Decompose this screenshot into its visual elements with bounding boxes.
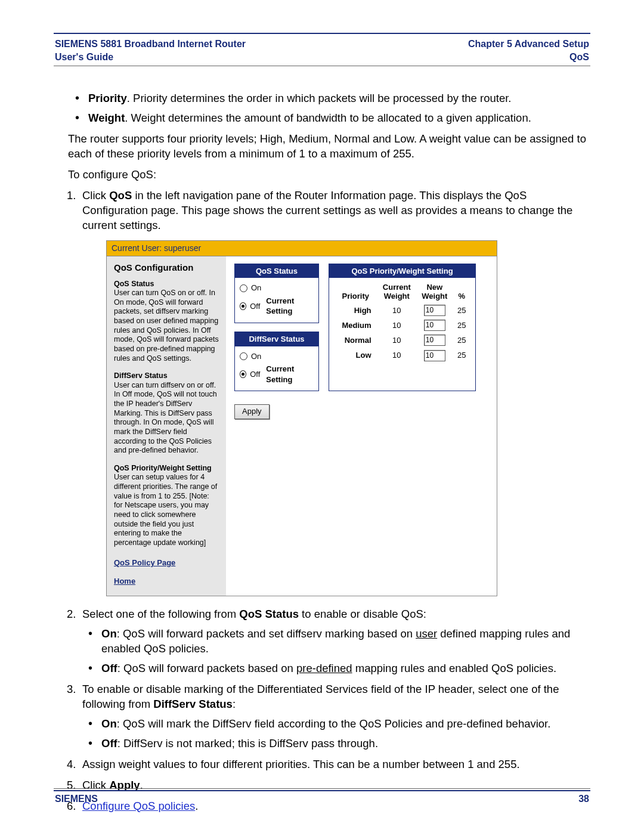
diffserv-off-label: Off: [250, 369, 260, 380]
diffserv-status-head: DiffServ Status: [235, 332, 318, 346]
step-2-bold: QoS Status: [239, 608, 299, 620]
table-row: Low 10 10 25: [334, 348, 470, 363]
page-header: SIEMENS 5881 Broadband Internet Router U…: [54, 34, 590, 66]
pw-label-0: High: [334, 303, 377, 318]
section-title: QoS: [468, 51, 589, 64]
product-title-1: SIEMENS 5881 Broadband Internet Router: [55, 38, 246, 51]
table-row: Medium 10 10 25: [334, 318, 470, 333]
pw-pct-2: 25: [453, 333, 471, 348]
footer-page-number: 38: [578, 794, 589, 804]
pw-label-1: Medium: [334, 318, 377, 333]
table-row: Normal 10 10 25: [334, 333, 470, 348]
diffserv-current: Current Setting: [266, 364, 314, 385]
side-h-diffserv: DiffServ Status: [114, 371, 219, 381]
step-3-on: On: QoS will mark the DiffServ field acc…: [88, 717, 590, 732]
qos-status-on-row[interactable]: On: [240, 283, 314, 293]
step-3-off-t: : DiffServ is not marked; this is DiffSe…: [117, 737, 378, 750]
side-t-pw: User can setup values for 4 different pr…: [114, 473, 219, 547]
priority-weight-table: Priority Current Weight New Weight %: [334, 281, 470, 363]
current-user-bar: Current User: superuser: [107, 241, 497, 256]
footer-brand: SIEMENS: [55, 794, 98, 804]
pw-current-2: 10: [377, 333, 417, 348]
step-3-on-b: On: [101, 717, 117, 730]
bullet-priority-term: Priority: [88, 92, 127, 104]
qos-status-box: QoS Status On: [234, 264, 319, 323]
side-t-diffserv: User can turn diffserv on or off. In Off…: [114, 381, 219, 456]
pw-pct-0: 25: [453, 303, 471, 318]
home-link[interactable]: Home: [114, 577, 219, 586]
priority-weight-head: QoS Priority/Weight Setting: [329, 264, 475, 278]
page-footer: SIEMENS 38: [54, 788, 590, 804]
pw-pct-3: 25: [453, 348, 471, 363]
pw-new-input-0[interactable]: 10: [424, 305, 445, 316]
footer-rule-top: [54, 788, 590, 789]
diffserv-off-row[interactable]: Off Current Setting: [240, 364, 314, 385]
pw-col-new: New Weight: [416, 281, 453, 303]
pw-current-0: 10: [377, 303, 417, 318]
radio-icon: [240, 352, 247, 360]
step-3-off: Off: DiffServ is not marked; this is Dif…: [88, 736, 590, 751]
bullet-weight-text: . Weight determines the amount of bandwi…: [125, 112, 531, 124]
bullet-weight: Weight. Weight determines the amount of …: [75, 111, 590, 126]
step-2-post: to enable or disable QoS:: [299, 608, 426, 620]
qos-status-current: Current Setting: [266, 296, 314, 317]
step-2-pre: Select one of the following from: [82, 608, 239, 620]
side-h-qos-status: QoS Status: [114, 280, 219, 289]
qos-status-head: QoS Status: [235, 264, 318, 278]
pw-col-priority: Priority: [334, 281, 377, 303]
step-4: Assign weight values to four different p…: [67, 757, 590, 772]
pw-new-input-2[interactable]: 10: [424, 335, 445, 346]
pw-pct-1: 25: [453, 318, 471, 333]
radio-icon: [240, 302, 246, 310]
qos-sidebar: QoS Configuration QoS Status User can tu…: [107, 256, 226, 596]
pw-label-2: Normal: [334, 333, 377, 348]
step-3: To enable or disable marking of the Diff…: [67, 682, 590, 751]
chapter-title: Chapter 5 Advanced Setup: [468, 38, 589, 51]
radio-icon: [240, 284, 247, 292]
bullet-priority-text: . Priority determines the order in which…: [127, 92, 512, 104]
qos-config-title: QoS Configuration: [114, 262, 219, 274]
bullet-priority: Priority. Priority determines the order …: [75, 91, 590, 106]
qos-main-area: QoS Status On: [226, 256, 497, 596]
pw-col-current: Current Weight: [377, 281, 417, 303]
step-1-bold: QoS: [109, 189, 132, 202]
qos-status-on-label: On: [251, 283, 261, 293]
table-row: High 10 10 25: [334, 303, 470, 318]
step-3-post: :: [233, 698, 236, 710]
step-2-off-u: pre-defined: [296, 662, 352, 674]
step-1-pre: Click: [82, 189, 109, 202]
qos-status-off-label: Off: [250, 301, 260, 312]
qos-status-off-row[interactable]: Off Current Setting: [240, 296, 314, 317]
side-h-pw: QoS Priority/Weight Setting: [114, 464, 219, 473]
pw-current-3: 10: [377, 348, 417, 363]
step-3-off-b: Off: [101, 737, 117, 750]
diffserv-on-label: On: [251, 351, 261, 362]
qos-config-panel: Current User: superuser QoS Configuratio…: [106, 240, 497, 596]
qos-policy-page-link[interactable]: QoS Policy Page: [114, 558, 219, 568]
step-2-off-1: : QoS will forward packets based on: [117, 662, 296, 674]
pw-new-input-3[interactable]: 10: [424, 350, 445, 361]
side-t-qos-status: User can turn QoS on or off. In On mode,…: [114, 289, 219, 363]
para-toconfig: To configure QoS:: [54, 168, 590, 182]
pw-col-pct: %: [453, 281, 471, 303]
step-2-on-u: user: [416, 627, 437, 640]
step-1: Click QoS in the left navigation pane of…: [67, 188, 590, 596]
step-2-on-b: On: [101, 627, 117, 640]
step-2: Select one of the following from QoS Sta…: [67, 607, 590, 676]
priority-weight-box: QoS Priority/Weight Setting Priority Cur…: [329, 264, 476, 391]
diffserv-on-row[interactable]: On: [240, 351, 314, 362]
diffserv-status-box: DiffServ Status On: [234, 332, 319, 391]
bullet-weight-term: Weight: [88, 112, 125, 124]
step-2-on-1: : QoS will forward packets and set diffs…: [117, 627, 416, 640]
apply-button[interactable]: Apply: [234, 404, 270, 419]
step-1-post: in the left navigation pane of the Route…: [82, 189, 572, 231]
para-levels: The router supports four priority levels…: [54, 132, 590, 162]
step-3-on-t: : QoS will mark the DiffServ field accor…: [117, 717, 551, 730]
pw-new-input-1[interactable]: 10: [424, 320, 445, 331]
step-2-on: On: QoS will forward packets and set dif…: [88, 627, 590, 657]
step-2-off: Off: QoS will forward packets based on p…: [88, 661, 590, 676]
product-title-2: User's Guide: [55, 51, 246, 64]
radio-icon: [240, 370, 246, 378]
step-2-off-b: Off: [101, 662, 117, 674]
pw-label-3: Low: [334, 348, 377, 363]
